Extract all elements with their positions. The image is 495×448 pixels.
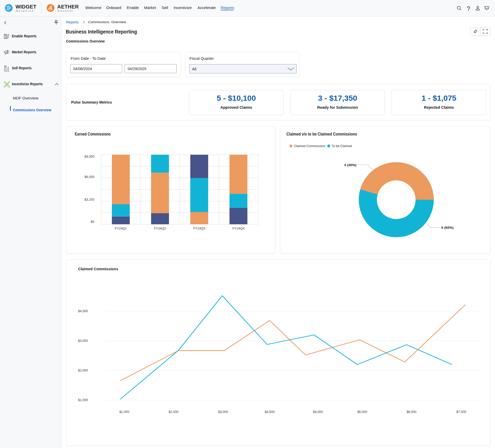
svg-text:4 (40%): 4 (40%) — [344, 163, 356, 167]
svg-text:FY24Q2: FY24Q2 — [154, 227, 166, 230]
svg-text:$1,000: $1,000 — [78, 398, 88, 402]
svg-text:?: ? — [467, 5, 470, 12]
svg-text:6 (60%): 6 (60%) — [441, 226, 453, 230]
svg-text:FY24Q4: FY24Q4 — [233, 227, 245, 230]
svg-text:$: $ — [6, 83, 7, 86]
svg-text:$6,000: $6,000 — [407, 410, 416, 414]
svg-text:$6,000: $6,000 — [85, 175, 94, 179]
svg-text:To be Claimed: To be Claimed — [332, 144, 352, 148]
svg-text:$7,000: $7,000 — [456, 410, 466, 414]
svg-text:$3,000: $3,000 — [78, 339, 88, 343]
svg-text:$9,000: $9,000 — [85, 155, 94, 158]
svg-text:$3,200: $3,200 — [85, 198, 94, 201]
svg-text:FY24Q1: FY24Q1 — [115, 227, 127, 230]
svg-text:$1,000: $1,000 — [119, 410, 129, 414]
svg-text:$: $ — [5, 65, 6, 68]
svg-text:$4,500: $4,500 — [78, 309, 88, 313]
svg-text:$2,000: $2,000 — [169, 410, 178, 414]
svg-text:$2,000: $2,000 — [78, 369, 88, 372]
svg-text:$3,000: $3,000 — [218, 410, 228, 414]
svg-text:$5,000: $5,000 — [357, 410, 367, 414]
svg-text:Claimed Commissions: Claimed Commissions — [294, 144, 325, 148]
svg-text:$0: $0 — [91, 220, 94, 224]
svg-text:FY24Q3: FY24Q3 — [193, 227, 205, 230]
svg-text:$3,500: $3,500 — [265, 410, 275, 414]
svg-text:$4,000: $4,000 — [313, 410, 323, 414]
